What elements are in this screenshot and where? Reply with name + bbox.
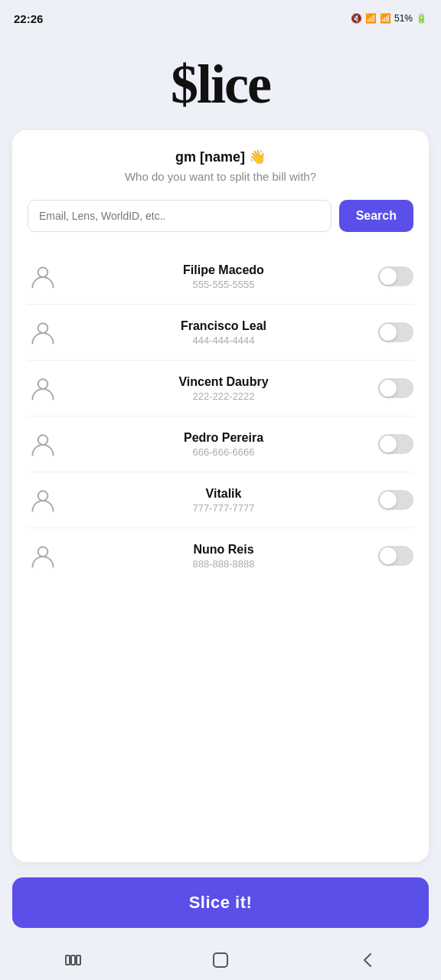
avatar-icon	[28, 373, 58, 403]
contact-phone: 777-777-7777	[193, 502, 255, 514]
bottom-nav	[0, 937, 441, 980]
contact-toggle[interactable]	[378, 266, 413, 286]
avatar-icon	[28, 317, 58, 348]
app-logo: $lice	[171, 57, 270, 112]
avatar-icon	[28, 429, 58, 459]
contact-name: Francisco Leal	[181, 319, 266, 333]
slice-it-button[interactable]: Slice it!	[12, 877, 429, 928]
svg-point-5	[38, 547, 48, 557]
contact-toggle[interactable]	[378, 546, 413, 566]
avatar-icon	[28, 485, 58, 515]
contact-toggle[interactable]	[378, 434, 413, 454]
logo-slice: lice	[197, 54, 270, 115]
contact-item: Francisco Leal 444-444-4444	[28, 305, 413, 361]
contact-item: Filipe Macedo 555-555-5555	[28, 249, 413, 305]
contact-toggle[interactable]	[378, 322, 413, 342]
nav-home[interactable]	[210, 949, 231, 971]
battery-icon: 🔋	[416, 13, 427, 24]
contact-name: Vitalik	[206, 487, 242, 501]
signal-icon: 📶	[380, 13, 391, 24]
contact-name: Nuno Reis	[193, 543, 253, 557]
svg-rect-8	[77, 956, 80, 965]
contact-name: Filipe Macedo	[183, 263, 264, 277]
svg-point-1	[38, 323, 48, 333]
contact-info: Nuno Reis 888-888-8888	[69, 543, 378, 570]
contact-name: Pedro Pereira	[184, 431, 263, 445]
contact-phone: 555-555-5555	[193, 279, 255, 290]
contact-phone: 888-888-8888	[193, 558, 255, 570]
subtitle-text: Who do you want to split the bill with?	[28, 170, 413, 183]
contact-phone: 222-222-2222	[193, 390, 255, 402]
logo-dollar: $	[171, 54, 197, 115]
wifi-icon: 📶	[365, 13, 377, 24]
contact-toggle[interactable]	[378, 378, 413, 398]
nav-back[interactable]	[357, 949, 378, 971]
contact-item: Vitalik 777-777-7777	[28, 472, 413, 528]
svg-point-4	[38, 491, 48, 501]
contact-item: Nuno Reis 888-888-8888	[28, 528, 413, 583]
slice-btn-wrap: Slice it!	[12, 877, 429, 928]
mute-icon: 🔇	[351, 13, 362, 24]
svg-rect-9	[214, 953, 227, 967]
status-bar: 22:26 🔇 📶 📶 51% 🔋	[0, 0, 441, 34]
status-icons: 🔇 📶 📶 51% 🔋	[351, 13, 427, 24]
svg-point-3	[38, 435, 48, 445]
main-card: gm [name] 👋 Who do you want to split the…	[12, 130, 429, 862]
contact-phone: 444-444-4444	[193, 335, 255, 346]
contact-item: Pedro Pereira 666-666-6666	[28, 416, 413, 472]
nav-recent-apps[interactable]	[63, 949, 84, 971]
battery-text: 51%	[394, 13, 413, 24]
svg-point-2	[38, 379, 48, 389]
contact-info: Francisco Leal 444-444-4444	[69, 319, 378, 346]
greeting-text: gm [name] 👋	[28, 149, 413, 165]
contact-toggle[interactable]	[378, 490, 413, 510]
contact-info: Vitalik 777-777-7777	[69, 487, 378, 514]
search-row: Search	[28, 200, 413, 232]
svg-rect-6	[66, 956, 70, 965]
avatar-icon	[28, 541, 58, 571]
search-input[interactable]	[28, 200, 332, 232]
status-time: 22:26	[14, 12, 43, 25]
svg-point-0	[38, 267, 48, 277]
svg-rect-7	[71, 956, 75, 965]
contact-item: Vincent Daubry 222-222-2222	[28, 361, 413, 416]
contact-info: Filipe Macedo 555-555-5555	[69, 263, 378, 290]
contact-name: Vincent Daubry	[178, 375, 268, 389]
logo-area: $lice	[0, 34, 441, 130]
avatar-icon	[28, 261, 58, 292]
contact-phone: 666-666-6666	[193, 446, 255, 458]
contact-info: Vincent Daubry 222-222-2222	[69, 375, 378, 402]
contact-list: Filipe Macedo 555-555-5555 Francisco Lea…	[28, 249, 413, 583]
contact-info: Pedro Pereira 666-666-6666	[69, 431, 378, 458]
search-button[interactable]: Search	[339, 200, 413, 232]
